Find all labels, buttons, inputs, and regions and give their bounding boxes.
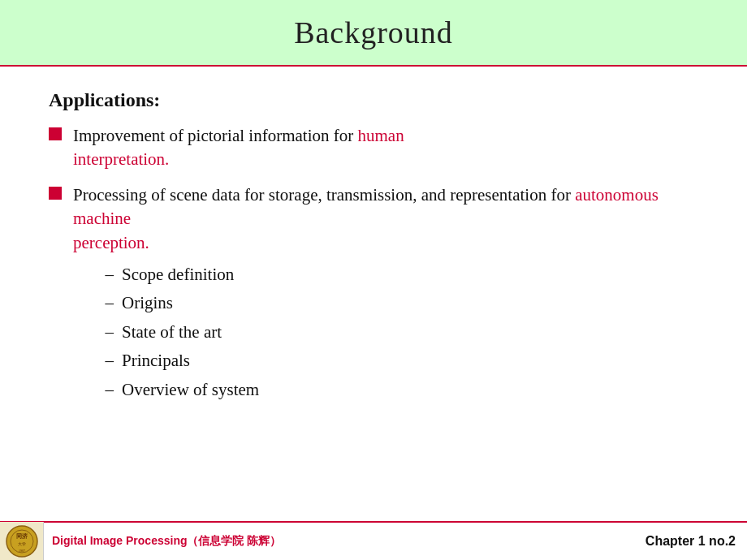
svg-text:同济: 同济 (16, 532, 28, 540)
bullet-square-2 (49, 187, 62, 200)
sub-item-3-text: State of the art (122, 321, 222, 344)
dash-3: – (97, 321, 114, 344)
footer-left: 同济 大学 1907 Digital Image Processing（信息学院… (0, 522, 281, 560)
sub-item-2: – Origins (97, 291, 698, 315)
sub-item-1-text: Scope definition (122, 263, 234, 286)
bullet-2-before: Processing of scene data for storage, tr… (73, 185, 575, 205)
sub-item-1: – Scope definition (97, 263, 698, 286)
footer-chapter: Chapter 1 no.2 (646, 534, 736, 549)
bullet-item-1: Improvement of pictorial information for… (49, 124, 698, 172)
bullet-text-1: Improvement of pictorial information for… (73, 124, 698, 172)
slide-title: Background (16, 15, 731, 50)
logo-svg: 同济 大学 1907 (4, 524, 40, 558)
bullet-square-1 (49, 127, 62, 140)
dash-2: – (97, 291, 114, 315)
svg-text:1907: 1907 (19, 549, 25, 553)
bullet-1-before: Improvement of pictorial information for (73, 126, 357, 145)
slide-header: Background (0, 0, 747, 67)
svg-text:大学: 大学 (18, 541, 26, 546)
sub-item-4: – Principals (97, 349, 698, 373)
footer-course-title: Digital Image Processing（信息学院 陈辉） (52, 534, 281, 549)
sub-item-2-text: Origins (122, 291, 173, 315)
dash-5: – (97, 378, 114, 402)
bullet-list: Improvement of pictorial information for… (49, 124, 698, 407)
dash-4: – (97, 349, 114, 373)
sub-item-3: – State of the art (97, 321, 698, 344)
university-logo: 同济 大学 1907 (0, 522, 44, 560)
sub-item-5: – Overview of system (97, 378, 698, 402)
bullet-text-2: Processing of scene data for storage, tr… (73, 183, 698, 407)
sub-list: – Scope definition – Origins – State of … (97, 263, 698, 402)
section-title: Applications: (49, 89, 698, 111)
slide-footer: 同济 大学 1907 Digital Image Processing（信息学院… (0, 521, 747, 560)
dash-1: – (97, 263, 114, 286)
sub-item-5-text: Overview of system (122, 378, 259, 402)
sub-item-4-text: Principals (122, 349, 190, 373)
bullet-item-2: Processing of scene data for storage, tr… (49, 183, 698, 407)
main-content: Applications: Improvement of pictorial i… (0, 67, 747, 434)
